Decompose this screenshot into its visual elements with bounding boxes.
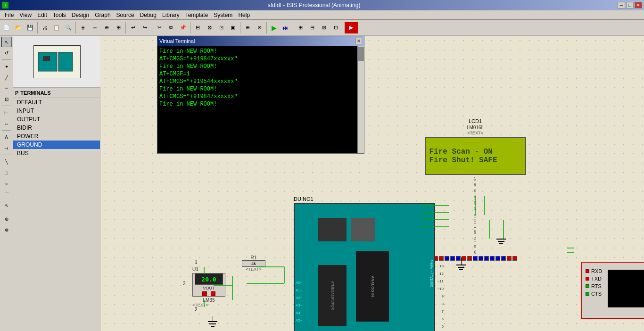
new-button[interactable]: 📄 — [1, 22, 12, 33]
toolbar-extra1[interactable]: ⊞ — [295, 22, 306, 33]
copy-button[interactable]: ⧉ — [165, 22, 177, 33]
lcd-pin-12 — [495, 256, 500, 261]
arduino-usb — [318, 218, 347, 241]
lcd-pin-13 — [501, 256, 506, 261]
menu-source[interactable]: Source — [114, 11, 137, 19]
arc-tool[interactable]: ⌒ — [1, 189, 12, 199]
arduino-component: DUINO1 ATMEGA32PVPQR ANALOG IN DIGITAL (… — [294, 196, 454, 331]
menu-debug[interactable]: Debug — [137, 11, 159, 19]
toolbar-extra4[interactable]: ⊡ — [330, 22, 341, 33]
print-button[interactable]: 🖨 — [39, 22, 50, 33]
vt-scroll-thumb[interactable] — [358, 47, 364, 61]
menu-edit[interactable]: Edit — [34, 11, 50, 19]
simulation-step-button[interactable]: ⏭ — [280, 22, 291, 33]
make-device-button[interactable]: ⊗ — [254, 22, 265, 33]
terminal-output[interactable]: OUTPUT — [13, 115, 100, 124]
menu-template[interactable]: Template — [182, 11, 211, 19]
block-copy-button[interactable]: ⊟ — [192, 22, 203, 33]
zoom-in-button[interactable]: + — [77, 22, 89, 33]
select-tool[interactable]: ↖ — [1, 37, 12, 47]
virtual-terminal-window: Virtual Terminal ✕ Fire in NEW ROOM! AT+… — [157, 36, 364, 154]
r1-text: <TEXT> — [242, 267, 265, 272]
graph-tool[interactable]: ⊗ — [1, 224, 12, 235]
pick-button[interactable]: ⊕ — [242, 22, 253, 33]
menu-system[interactable]: System — [211, 11, 235, 19]
minimize-button[interactable]: ─ — [618, 2, 625, 8]
rts-dot — [586, 284, 589, 288]
path-tool[interactable]: ∿ — [1, 200, 12, 210]
close-button[interactable]: ✕ — [635, 2, 642, 8]
block-move-button[interactable]: ⊠ — [204, 22, 215, 33]
block-mirror-button[interactable]: ▣ — [227, 22, 239, 33]
terminal-bus[interactable]: BUS — [13, 149, 100, 157]
title-bar: I sfdfdf - ISIS Professional (Animating)… — [0, 0, 644, 10]
terminals-label: TERMINALS — [20, 90, 50, 96]
panel-area: P TERMINALS DEFAULT INPUT OUTPUT BIDIR P… — [13, 36, 100, 331]
menu-tools[interactable]: Tools — [50, 11, 69, 19]
bus-entry-tool[interactable]: ⊣ — [1, 143, 12, 153]
lm35-body: 20.0 VOUT — [192, 273, 225, 297]
print2-button[interactable]: 📋 — [51, 22, 62, 33]
cts-dot — [586, 292, 589, 296]
menu-library[interactable]: Library — [159, 11, 182, 19]
ground-symbol-3 — [208, 316, 217, 327]
probe-tool[interactable]: ⊕ — [1, 214, 12, 224]
save-button[interactable]: 💾 — [25, 22, 36, 33]
circle-tool[interactable]: ○ — [1, 178, 12, 189]
menu-design[interactable]: Design — [69, 11, 92, 19]
lcd-pin-10 — [484, 256, 489, 261]
schematic-area[interactable]: Virtual Terminal ✕ Fire in NEW ROOM! AT+… — [100, 36, 644, 331]
terminal-ground[interactable]: GROUND — [13, 141, 100, 149]
text-tool[interactable]: A — [1, 132, 12, 142]
terminal-bidir[interactable]: BIDIR — [13, 124, 100, 132]
menu-help[interactable]: Help — [235, 11, 253, 19]
box-tool[interactable]: □ — [1, 167, 12, 178]
redo-button[interactable]: ↪ — [139, 22, 150, 33]
toolbar-extra2[interactable]: ⊟ — [306, 22, 318, 33]
open-button[interactable]: 📂 — [13, 22, 24, 33]
txd-dot — [586, 277, 589, 281]
terminal-input[interactable]: INPUT — [13, 107, 100, 115]
terminal-power[interactable]: POWER — [13, 132, 100, 141]
lcd-line1: Fire Scan - ON — [429, 148, 521, 156]
rxd-terminal-component: RXD TXD RTS CTS — [581, 262, 644, 319]
zoom-area-button[interactable]: ⊞ — [113, 22, 124, 33]
line-tool[interactable]: ╲ — [1, 157, 12, 167]
component-tool[interactable]: ↺ — [1, 48, 12, 58]
block-rotate-button[interactable]: ⊡ — [215, 22, 227, 33]
arduino-label: DUINO1 — [294, 196, 454, 202]
lcd-pin-11 — [490, 256, 495, 261]
toolbar-extra3[interactable]: ⊠ — [318, 22, 330, 33]
sub-circuit-tool[interactable]: ⊡ — [1, 94, 12, 104]
zoom-fit-button[interactable]: ⊕ — [101, 22, 112, 33]
simulation-play-button[interactable]: ▶ — [268, 22, 280, 33]
vt-scrollbar[interactable] — [357, 46, 364, 153]
vt-close-button[interactable]: ✕ — [355, 38, 362, 44]
toolbar-run-button[interactable]: ▶ — [345, 22, 358, 33]
vt-title: Virtual Terminal — [159, 38, 195, 44]
bus-tool[interactable]: ═ — [1, 83, 12, 93]
rxd-dot — [586, 269, 589, 273]
arduino-main-chip: ATMEGA32PVPQR — [318, 265, 347, 326]
vt-line-7: AT+CMGS="+919847xxxxxx" — [159, 93, 355, 100]
maximize-button[interactable]: □ — [626, 2, 634, 8]
ground-symbol-1 — [496, 239, 506, 244]
menu-view[interactable]: View — [17, 11, 34, 19]
zoom-out-button[interactable]: − — [89, 22, 100, 33]
wire-tool[interactable]: ╱ — [1, 72, 12, 83]
vt-titlebar: Virtual Terminal ✕ — [157, 36, 364, 46]
menu-graph[interactable]: Graph — [92, 11, 113, 19]
printprev-button[interactable]: 🔍 — [63, 22, 74, 33]
cut-button[interactable]: ✂ — [154, 22, 165, 33]
terminal-default[interactable]: DEFAULT — [13, 98, 100, 107]
left-toolbar: ↖ ↺ ✦ ╱ ═ ⊡ ⊢ ↔ A ⊣ ╲ □ ○ ⌒ ∿ ⊕ ⊗ — [0, 36, 13, 331]
terminal-tool[interactable]: ⊢ — [1, 108, 12, 118]
window-title: sfdfdf - ISIS Professional (Animating) — [10, 2, 618, 8]
undo-button[interactable]: ↩ — [127, 22, 139, 33]
junction-tool[interactable]: ✦ — [1, 61, 12, 72]
lcd-pin-9 — [479, 256, 483, 261]
arduino-nano-chip: ANALOG IN — [356, 251, 389, 322]
menu-file[interactable]: File — [2, 11, 17, 19]
port-tool[interactable]: ↔ — [1, 118, 12, 129]
paste-button[interactable]: 📌 — [177, 22, 189, 33]
